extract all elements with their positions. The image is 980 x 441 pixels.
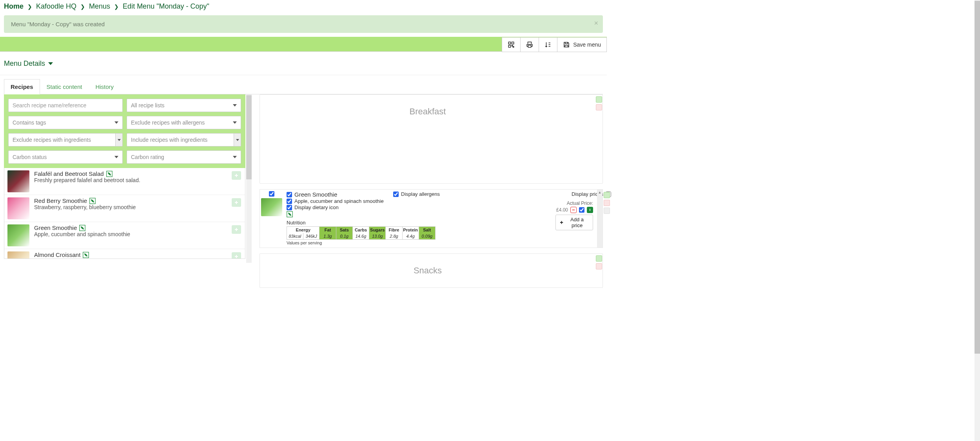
nutrition-carbs-value: 14.6g bbox=[354, 233, 368, 239]
display-allergens-checkbox[interactable] bbox=[393, 192, 399, 197]
recipe-thumbnail bbox=[7, 197, 29, 219]
nutrition-carbs-header: Carbs bbox=[353, 227, 368, 233]
carbon-rating-label: Carbon rating bbox=[131, 154, 164, 160]
nutrition-protein-header: Protein bbox=[401, 227, 419, 233]
move-item-icon[interactable] bbox=[604, 192, 610, 198]
qr-code-icon bbox=[508, 41, 515, 48]
remove-price-icon[interactable] bbox=[570, 207, 577, 213]
delete-section-icon[interactable] bbox=[596, 263, 602, 269]
price-info-icon[interactable] bbox=[587, 207, 593, 213]
display-allergens-label: Display allergens bbox=[401, 191, 440, 197]
move-section-icon[interactable] bbox=[596, 96, 602, 103]
recipe-list-item[interactable]: Falafél and Beetroot Salad Freshly prepa… bbox=[4, 168, 245, 195]
add-recipe-button[interactable] bbox=[232, 252, 241, 259]
nutrition-fibre-value: 2.8g bbox=[388, 233, 399, 239]
success-alert: Menu "Monday - Copy" was created × bbox=[4, 15, 603, 33]
menu-item-card: Green Smoothie Display allergens Apple, … bbox=[260, 189, 603, 248]
add-recipe-button[interactable] bbox=[232, 198, 241, 207]
contains-tags-label: Contains tags bbox=[13, 119, 46, 126]
item-description: Apple, cucumber and spinach smoothie bbox=[294, 198, 384, 204]
print-button[interactable] bbox=[521, 38, 539, 52]
search-field[interactable] bbox=[13, 102, 118, 108]
vegan-icon bbox=[287, 211, 293, 217]
recipe-list-item[interactable]: Almond Croissant Freshly baked, all butt… bbox=[4, 249, 245, 259]
exclude-allergens-label: Exclude recipes with allergens bbox=[131, 119, 205, 126]
scrollbar[interactable] bbox=[246, 94, 252, 263]
alert-message: Menu "Monday - Copy" was created bbox=[11, 21, 105, 27]
breadcrumb-org[interactable]: Kafoodle HQ bbox=[36, 2, 76, 11]
tab-recipes[interactable]: Recipes bbox=[4, 79, 40, 94]
recipe-description: Freshly prepared falafel and beetroot sa… bbox=[34, 177, 242, 183]
recipe-list-item[interactable]: Red Berry Smoothie Strawberry, raspberry… bbox=[4, 195, 245, 222]
item-select-checkbox[interactable] bbox=[269, 191, 274, 197]
add-recipe-button[interactable] bbox=[232, 225, 241, 234]
add-price-label: Add a price bbox=[565, 217, 589, 228]
tab-history[interactable]: History bbox=[89, 79, 120, 94]
nutrition-fat-value: 1.3g bbox=[322, 233, 333, 239]
move-section-icon[interactable] bbox=[596, 255, 602, 262]
nutrition-label: Nutrition bbox=[287, 220, 550, 226]
include-ingredients-select[interactable]: Include recipes with ingredients bbox=[127, 133, 241, 146]
save-menu-button[interactable]: Save menu bbox=[557, 38, 606, 52]
display-name-checkbox[interactable] bbox=[287, 192, 292, 197]
display-dietary-icon-label: Display dietary icon bbox=[294, 204, 339, 210]
display-description-checkbox[interactable] bbox=[287, 199, 292, 204]
top-ribbon: Save menu bbox=[0, 37, 607, 52]
close-icon[interactable]: × bbox=[594, 19, 598, 27]
recipe-name: Red Berry Smoothie bbox=[34, 197, 242, 204]
recipe-name: Falafél and Beetroot Salad bbox=[34, 170, 242, 177]
recipe-name: Almond Croissant bbox=[34, 251, 242, 258]
recipe-list: Falafél and Beetroot Salad Freshly prepa… bbox=[4, 168, 245, 259]
nutrition-note: Values per serving bbox=[287, 240, 550, 245]
tabs: Recipes Static content History bbox=[4, 79, 603, 94]
triangle-down-icon bbox=[236, 139, 239, 141]
search-input[interactable] bbox=[8, 99, 123, 112]
price-enabled-checkbox[interactable] bbox=[579, 207, 584, 213]
add-price-button[interactable]: Add a price bbox=[555, 215, 593, 230]
chevron-right-icon: ❯ bbox=[114, 4, 119, 10]
page-scrollbar[interactable] bbox=[975, 0, 980, 297]
sort-button[interactable] bbox=[539, 38, 557, 52]
meal-section-breakfast: Breakfast bbox=[260, 94, 603, 184]
nutrition-energy-header: Energy bbox=[294, 227, 312, 233]
recipe-description: Apple, cucumber and spinach smoothie bbox=[34, 231, 242, 237]
breadcrumb-menus[interactable]: Menus bbox=[89, 2, 110, 11]
menu-details-toggle[interactable]: Menu Details bbox=[0, 52, 607, 75]
recipe-list-item[interactable]: Green Smoothie Apple, cucumber and spina… bbox=[4, 222, 245, 249]
dropdown-toggle[interactable] bbox=[115, 134, 122, 146]
scroll-up-icon[interactable]: ▲ bbox=[597, 190, 603, 195]
recipe-description: Freshly baked, all butter, almond croiss… bbox=[34, 258, 242, 259]
recipe-thumbnail bbox=[7, 170, 29, 192]
exclude-allergens-select[interactable]: Exclude recipes with allergens bbox=[127, 116, 241, 129]
item-scrollbar[interactable]: ▲ bbox=[597, 190, 603, 248]
vegan-icon bbox=[106, 171, 113, 177]
carbon-status-label: Carbon status bbox=[13, 154, 47, 160]
price-value: £4.00 bbox=[556, 207, 568, 213]
vegan-icon bbox=[83, 252, 89, 258]
exclude-ingredients-select[interactable]: Exclude recipes with ingredients bbox=[8, 133, 123, 146]
qr-code-button[interactable] bbox=[502, 38, 521, 52]
scrollbar-thumb[interactable] bbox=[246, 95, 252, 179]
plus-icon bbox=[560, 220, 563, 224]
nutrition-fat-header: Fat bbox=[323, 227, 333, 233]
breadcrumb-home[interactable]: Home bbox=[4, 2, 24, 11]
item-thumbnail bbox=[261, 198, 282, 216]
add-recipe-button[interactable] bbox=[232, 171, 241, 180]
delete-section-icon[interactable] bbox=[596, 104, 602, 110]
meal-section-dropzone[interactable] bbox=[263, 125, 592, 180]
display-dietary-icon-checkbox[interactable] bbox=[287, 205, 292, 210]
scrollbar-thumb[interactable] bbox=[975, 1, 980, 297]
dropdown-toggle[interactable] bbox=[234, 134, 241, 146]
nutrition-fibre-header: Fibre bbox=[387, 227, 401, 233]
nutrition-table: Energy 83kcal 346kJ Fat1.3g Sats0.1g Car… bbox=[287, 226, 436, 240]
recipe-lists-select[interactable]: All recipe lists bbox=[127, 99, 241, 112]
item-options-icon[interactable] bbox=[604, 208, 610, 214]
carbon-rating-select[interactable]: Carbon rating bbox=[127, 150, 241, 164]
chevron-right-icon: ❯ bbox=[27, 4, 32, 10]
contains-tags-select[interactable]: Contains tags bbox=[8, 116, 123, 129]
carbon-status-select[interactable]: Carbon status bbox=[8, 150, 123, 164]
tab-static-content[interactable]: Static content bbox=[40, 79, 89, 94]
delete-item-icon[interactable] bbox=[604, 200, 610, 206]
meal-section-title: Snacks bbox=[263, 257, 592, 284]
filter-panel: All recipe lists Contains tags Exclude r… bbox=[4, 94, 245, 168]
